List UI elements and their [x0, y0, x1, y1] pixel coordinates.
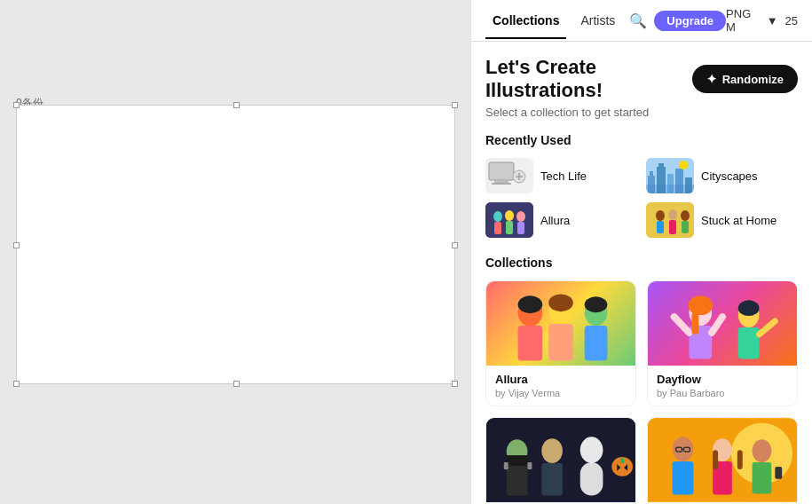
thumb-cityscapes [646, 158, 694, 193]
randomize-icon: ✦ [706, 72, 717, 86]
svg-point-21 [516, 211, 525, 222]
svg-rect-58 [541, 463, 563, 496]
recent-item-techlife[interactable]: Tech Life [485, 158, 637, 193]
thumb-techlife [485, 158, 533, 193]
handle-mid-left[interactable] [13, 242, 20, 248]
handle-top-right[interactable] [452, 102, 458, 108]
svg-rect-25 [657, 221, 664, 233]
recent-item-stuckhome[interactable]: Stuck at Home [646, 202, 798, 238]
svg-rect-36 [585, 326, 608, 361]
collection-img-dayflow [648, 281, 797, 366]
svg-rect-56 [527, 462, 532, 469]
svg-point-59 [580, 437, 603, 463]
recent-label-allura: Allura [540, 214, 570, 227]
recent-item-cityscapes[interactable]: Cityscapes [646, 158, 798, 193]
recently-used-title: Recently Used [485, 133, 798, 147]
svg-rect-60 [580, 462, 603, 496]
headline-row: Let's Create Illustrations! ✦ Randomize [485, 56, 798, 102]
svg-rect-72 [713, 450, 718, 469]
svg-rect-8 [650, 171, 653, 177]
collection-img-stuckhome [648, 418, 797, 502]
svg-point-24 [656, 210, 665, 221]
thumb-allura [485, 202, 533, 238]
svg-line-43 [674, 317, 690, 333]
svg-rect-76 [775, 467, 782, 479]
recent-item-allura[interactable]: Allura [485, 202, 637, 238]
collection-card-openpeeps[interactable]: Open Peeps by Pablo Stanley [485, 417, 636, 504]
svg-rect-29 [682, 221, 689, 233]
svg-line-44 [712, 317, 722, 333]
tab-collections[interactable]: Collections [485, 10, 566, 31]
collection-author-allura: by Vijay Verma [495, 388, 627, 398]
svg-rect-2 [492, 183, 511, 185]
upgrade-button[interactable]: Upgrade [654, 11, 726, 31]
recent-label-stuckhome: Stuck at Home [701, 214, 777, 227]
svg-point-74 [753, 439, 772, 462]
svg-point-14 [679, 161, 688, 169]
svg-point-37 [518, 295, 543, 313]
svg-point-49 [738, 300, 760, 316]
svg-rect-73 [737, 450, 743, 469]
svg-rect-18 [494, 222, 501, 234]
svg-point-45 [688, 295, 713, 315]
svg-rect-46 [691, 312, 698, 335]
svg-rect-62 [620, 458, 624, 463]
svg-rect-34 [548, 324, 573, 361]
svg-rect-66 [673, 461, 694, 495]
headline: Let's Create Illustrations! [485, 56, 692, 102]
handle-top-mid[interactable] [233, 102, 240, 108]
svg-rect-48 [738, 327, 760, 359]
canvas-frame [16, 105, 455, 384]
collection-name-dayflow: Dayflow [657, 373, 788, 386]
search-icon[interactable]: 🔍 [629, 12, 647, 29]
collection-info-allura: Allura by Vijay Verma [486, 366, 635, 406]
randomize-label: Randomize [722, 73, 784, 86]
collection-card-dayflow[interactable]: Dayflow by Pau Barbaro [647, 280, 798, 406]
recently-used-grid: Tech Life [485, 158, 798, 238]
svg-rect-32 [518, 326, 543, 361]
right-panel: Collections Artists 🔍 Upgrade PNG M ▼ 25… [470, 0, 812, 504]
collection-img-openpeeps [486, 418, 635, 502]
svg-point-28 [681, 210, 690, 221]
svg-point-17 [493, 211, 502, 222]
svg-rect-55 [504, 462, 508, 469]
svg-rect-0 [489, 162, 514, 180]
recent-label-techlife: Tech Life [540, 169, 587, 183]
handle-bot-right[interactable] [452, 381, 458, 387]
collections-grid: Allura by Vijay Verma [485, 280, 798, 504]
top-nav: Collections Artists 🔍 Upgrade PNG M ▼ 25 [471, 0, 812, 42]
svg-rect-75 [753, 462, 772, 494]
collection-img-allura [486, 281, 635, 366]
handle-bot-left[interactable] [13, 381, 20, 387]
collection-info-dayflow: Dayflow by Pau Barbaro [648, 366, 797, 406]
collection-card-allura[interactable]: Allura by Vijay Verma [485, 280, 636, 406]
handle-mid-right[interactable] [452, 242, 458, 248]
tab-artists[interactable]: Artists [573, 10, 622, 31]
svg-line-50 [760, 321, 776, 335]
collection-card-stuckhome[interactable]: Stuck at Home by Martina Aran [647, 417, 798, 504]
collections-title: Collections [485, 256, 798, 270]
thumb-stuckhome [646, 202, 694, 238]
svg-rect-22 [517, 222, 524, 234]
svg-rect-15 [646, 185, 694, 193]
randomize-button[interactable]: ✦ Randomize [692, 65, 798, 93]
svg-rect-54 [507, 455, 528, 466]
format-selector[interactable]: PNG M ▼ [726, 7, 777, 34]
chevron-down-icon: ▼ [767, 14, 778, 28]
svg-point-39 [585, 296, 608, 312]
collection-author-dayflow: by Pau Barbaro [657, 388, 788, 398]
svg-rect-20 [506, 221, 513, 234]
main-content: Let's Create Illustrations! ✦ Randomize … [471, 42, 812, 504]
canvas-panel: 0备份 [0, 0, 470, 504]
svg-rect-53 [507, 464, 528, 496]
collection-name-allura: Allura [495, 373, 627, 386]
handle-top-left[interactable] [13, 102, 20, 108]
recent-label-cityscapes: Cityscapes [701, 169, 758, 183]
nav-number: 25 [785, 14, 798, 28]
svg-rect-10 [658, 163, 664, 168]
svg-point-57 [541, 438, 563, 463]
handle-bot-mid[interactable] [233, 381, 240, 387]
svg-rect-1 [494, 180, 508, 183]
svg-point-38 [548, 294, 573, 311]
svg-point-26 [668, 209, 677, 220]
